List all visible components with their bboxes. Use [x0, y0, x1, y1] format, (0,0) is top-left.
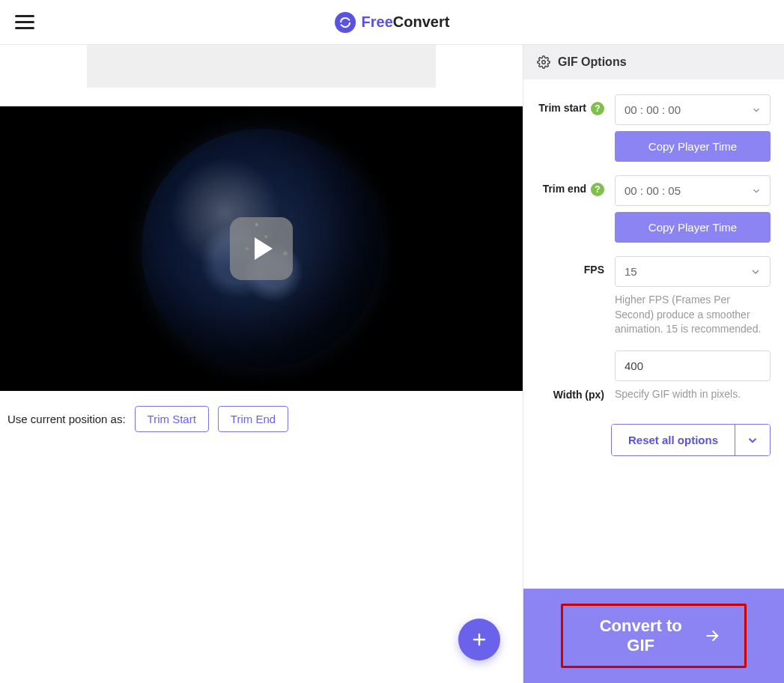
ad-placeholder: [87, 45, 436, 88]
options-title: GIF Options: [558, 55, 627, 69]
logo[interactable]: FreeConvert: [335, 12, 450, 33]
trim-end-label: Trim end: [543, 183, 586, 195]
logo-text-convert: Convert: [393, 13, 450, 30]
arrow-right-icon: [705, 628, 720, 644]
trim-end-input[interactable]: 00 : 00 : 05: [615, 175, 771, 206]
options-header: GIF Options: [523, 45, 784, 79]
fps-label: FPS: [584, 264, 604, 276]
video-preview[interactable]: [0, 106, 523, 391]
width-input[interactable]: [615, 350, 771, 381]
trim-start-row: Trim start ? 00 : 00 : 00 Copy Player Ti…: [537, 94, 771, 162]
chevron-down-icon: [746, 434, 759, 447]
add-button[interactable]: [458, 619, 500, 661]
trim-start-input[interactable]: 00 : 00 : 00: [615, 94, 771, 125]
gear-icon: [537, 55, 550, 69]
logo-icon: [335, 12, 356, 33]
trim-position-label: Use current position as:: [7, 413, 126, 425]
reset-expand-button[interactable]: [735, 425, 770, 455]
options-panel: GIF Options Trim start ? 00 : 00 : 00 Co…: [523, 45, 784, 683]
fps-hint: Higher FPS (Frames Per Second) produce a…: [615, 293, 771, 337]
reset-row: Reset all options: [537, 424, 771, 456]
header: FreeConvert: [0, 0, 784, 45]
trim-start-button[interactable]: Trim Start: [135, 406, 209, 432]
menu-icon[interactable]: [15, 15, 34, 29]
trim-controls: Use current position as: Trim Start Trim…: [0, 391, 523, 447]
play-icon: [255, 237, 273, 260]
trim-end-row: Trim end ? 00 : 00 : 05 Copy Player Time: [537, 175, 771, 243]
convert-bar: Convert to GIF: [523, 589, 784, 683]
fps-select[interactable]: 15: [615, 256, 771, 287]
trim-start-label: Trim start: [538, 102, 586, 114]
help-icon[interactable]: ?: [591, 183, 604, 196]
width-label: Width (px): [553, 388, 604, 401]
convert-label: Convert to GIF: [587, 616, 694, 655]
plus-icon: [470, 631, 488, 649]
logo-text-free: Free: [362, 13, 393, 30]
copy-player-time-end-button[interactable]: Copy Player Time: [615, 212, 771, 243]
width-row: Width (px) Specify GIF width in pixels.: [537, 350, 771, 402]
convert-to-gif-button[interactable]: Convert to GIF: [561, 604, 747, 668]
left-panel: Use current position as: Trim Start Trim…: [0, 45, 523, 683]
trim-end-button[interactable]: Trim End: [218, 406, 288, 432]
play-button[interactable]: [230, 217, 293, 280]
fps-row: FPS 15 Higher FPS (Frames Per Second) pr…: [537, 256, 771, 337]
copy-player-time-start-button[interactable]: Copy Player Time: [615, 131, 771, 162]
svg-point-2: [542, 61, 546, 64]
help-icon[interactable]: ?: [591, 102, 604, 115]
width-hint: Specify GIF width in pixels.: [615, 387, 771, 402]
reset-all-button[interactable]: Reset all options: [612, 425, 735, 455]
